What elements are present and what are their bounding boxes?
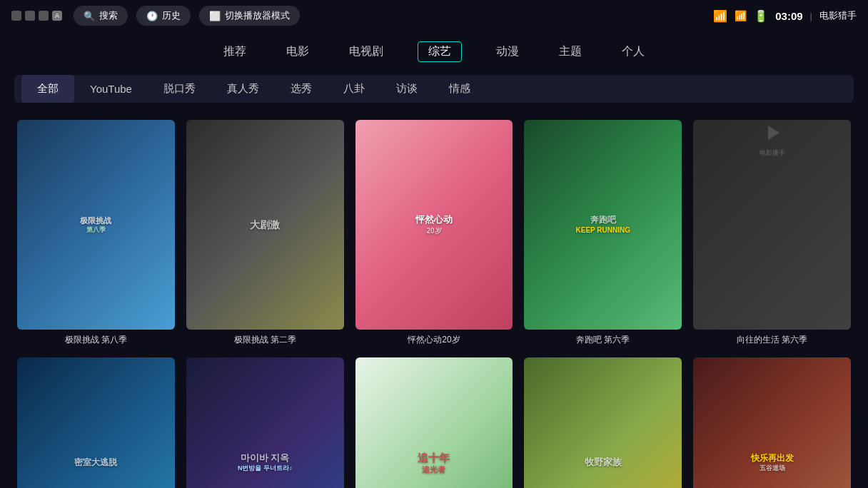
card-10[interactable]: 快乐再出发 五谷道场 快乐再出发 [693, 357, 851, 488]
history-label: 历史 [162, 9, 181, 22]
card-7-thumb: 마이바 지옥 N번방을 두너트라♪ [186, 357, 344, 488]
card-2-thumb: 大剧激 [186, 120, 344, 330]
clock: 03:09 [775, 10, 802, 22]
battery-icon: 🔋 [754, 9, 768, 23]
card-5[interactable]: 电影播手 向往的生活 第六季 [693, 120, 851, 346]
nav-tab-theme[interactable]: 主题 [553, 41, 587, 62]
nav-tab-tv[interactable]: 电视剧 [343, 41, 389, 62]
content-grid: 极限挑战 第八季 极限挑战 第八季 大剧激 极限挑战 第二季 怦然心动 20岁 … [0, 108, 868, 488]
card-2[interactable]: 大剧激 极限挑战 第二季 [186, 120, 344, 346]
nav-tab-recommend[interactable]: 推荐 [218, 41, 252, 62]
filter-youtube[interactable]: YouTube [74, 76, 148, 102]
card-10-thumb: 快乐再出发 五谷道场 [693, 357, 851, 488]
search-icon: 🔍 [84, 11, 95, 21]
divider: | [810, 11, 812, 21]
wifi-icon: 📶 [713, 9, 727, 23]
nav-tabs: 推荐 电影 电视剧 综艺 动漫 主题 个人 [0, 31, 868, 69]
svg-marker-0 [768, 126, 779, 140]
card-4-thumb: 奔跑吧 KEEP RUNNING [524, 120, 682, 330]
filter-interview[interactable]: 访谈 [380, 75, 433, 103]
card-9[interactable]: 牧野家族 牧野家族 [524, 357, 682, 488]
filter-emotion[interactable]: 情感 [433, 75, 486, 103]
filter-talent[interactable]: 选秀 [275, 75, 328, 103]
filter-realityshow[interactable]: 真人秀 [211, 75, 275, 103]
history-button[interactable]: 🕐 历史 [136, 6, 191, 26]
card-6-thumb: 密室大逃脱 [17, 357, 175, 488]
switch-player-icon: ⬜ [209, 11, 221, 21]
card-6[interactable]: 密室大逃脱 密室大逃脱 第四季 [17, 357, 175, 488]
card-4-title: 奔跑吧 第六季 [524, 334, 682, 346]
nav-tab-movie[interactable]: 电影 [281, 41, 315, 62]
card-1-title: 极限挑战 第八季 [17, 334, 175, 346]
signal-icon: 📶 [735, 10, 747, 21]
status-bar: 📶 📶 🔋 03:09 | 电影猎手 [713, 9, 857, 23]
card-9-thumb: 牧野家族 [524, 357, 682, 488]
card-8-thumb: 追十年 追光者 [355, 357, 513, 488]
card-8[interactable]: 追十年 追光者 这十年 追光者 [355, 357, 513, 488]
card-1[interactable]: 极限挑战 第八季 极限挑战 第八季 [17, 120, 175, 346]
filter-gossip[interactable]: 八卦 [328, 75, 380, 103]
card-2-title: 极限挑战 第二季 [186, 334, 344, 346]
nav-tab-anime[interactable]: 动漫 [490, 41, 525, 62]
history-icon: 🕐 [146, 11, 158, 21]
nav-tab-personal[interactable]: 个人 [616, 41, 650, 62]
card-3[interactable]: 怦然心动 20岁 怦然心动20岁 [355, 120, 513, 346]
top-bar: A 🔍 搜索 🕐 历史 ⬜ 切换播放器模式 📶 📶 🔋 03:09 | 电影猎手 [0, 0, 868, 31]
nav-tab-variety[interactable]: 综艺 [418, 41, 462, 62]
card-5-title: 向往的生活 第六季 [693, 334, 851, 346]
card-4[interactable]: 奔跑吧 KEEP RUNNING 奔跑吧 第六季 [524, 120, 682, 346]
card-3-title: 怦然心动20岁 [355, 334, 513, 346]
app-name: 电影猎手 [819, 9, 857, 22]
search-label: 搜索 [99, 9, 118, 22]
search-button[interactable]: 🔍 搜索 [74, 6, 128, 26]
filter-all[interactable]: 全部 [21, 75, 74, 103]
card-7[interactable]: 마이바 지옥 N번방을 두너트라♪ 网络炼狱：揭发N号... [186, 357, 344, 488]
filter-talkshow[interactable]: 脱口秀 [148, 75, 211, 103]
switch-player-label: 切换播放器模式 [225, 9, 290, 22]
card-5-thumb: 电影播手 [693, 120, 851, 330]
switch-player-button[interactable]: ⬜ 切换播放器模式 [199, 6, 300, 26]
sub-filter-bar: 全部 YouTube 脱口秀 真人秀 选秀 八卦 访谈 情感 [14, 75, 854, 103]
card-3-thumb: 怦然心动 20岁 [355, 120, 513, 330]
card-1-thumb: 极限挑战 第八季 [17, 120, 175, 330]
